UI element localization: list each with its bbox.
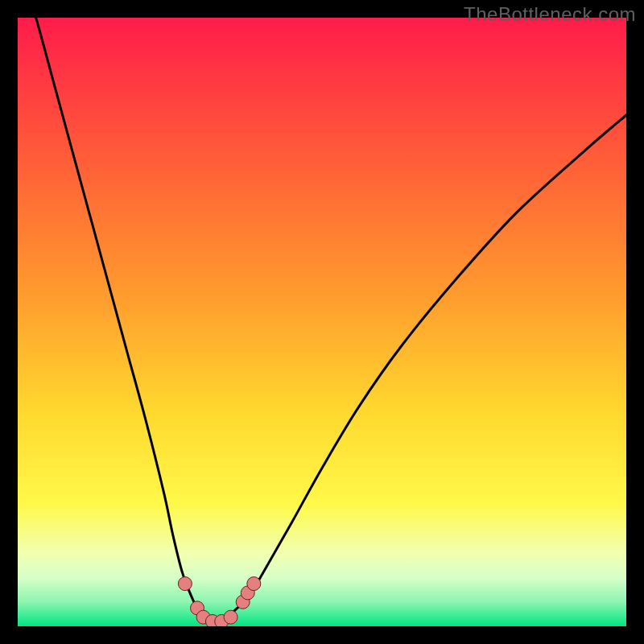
plot-svg [18,18,626,626]
gradient-bg [18,18,626,626]
chart-frame: TheBottleneck.com [0,0,644,644]
data-marker [247,577,261,591]
data-marker [224,610,237,624]
watermark-text: TheBottleneck.com [464,3,636,26]
plot-area [18,18,626,626]
data-marker [178,577,192,591]
